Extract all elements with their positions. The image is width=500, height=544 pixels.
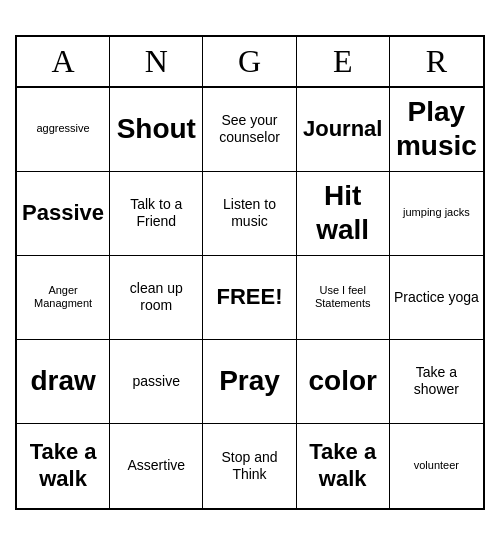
cell-9: jumping jacks [390,172,483,256]
cell-11: clean up room [110,256,203,340]
bingo-card: ANGER aggressiveShoutSee your counselorJ… [15,35,485,510]
cell-7: Listen to music [203,172,296,256]
header-R: R [390,37,483,86]
cell-16: passive [110,340,203,424]
header-E: E [297,37,390,86]
bingo-grid: aggressiveShoutSee your counselorJournal… [17,88,483,508]
cell-20: Take a walk [17,424,110,508]
cell-24: volunteer [390,424,483,508]
cell-10: Anger Managment [17,256,110,340]
cell-19: Take a shower [390,340,483,424]
cell-23: Take a walk [297,424,390,508]
header-N: N [110,37,203,86]
cell-6: Talk to a Friend [110,172,203,256]
cell-2: See your counselor [203,88,296,172]
cell-3: Journal [297,88,390,172]
cell-12: FREE! [203,256,296,340]
cell-22: Stop and Think [203,424,296,508]
cell-5: Passive [17,172,110,256]
cell-4: Play music [390,88,483,172]
cell-15: draw [17,340,110,424]
cell-0: aggressive [17,88,110,172]
cell-18: color [297,340,390,424]
cell-21: Assertive [110,424,203,508]
cell-1: Shout [110,88,203,172]
cell-14: Practice yoga [390,256,483,340]
header-G: G [203,37,296,86]
cell-8: Hit wall [297,172,390,256]
cell-13: Use I feel Statements [297,256,390,340]
header-A: A [17,37,110,86]
header-row: ANGER [17,37,483,88]
cell-17: Pray [203,340,296,424]
